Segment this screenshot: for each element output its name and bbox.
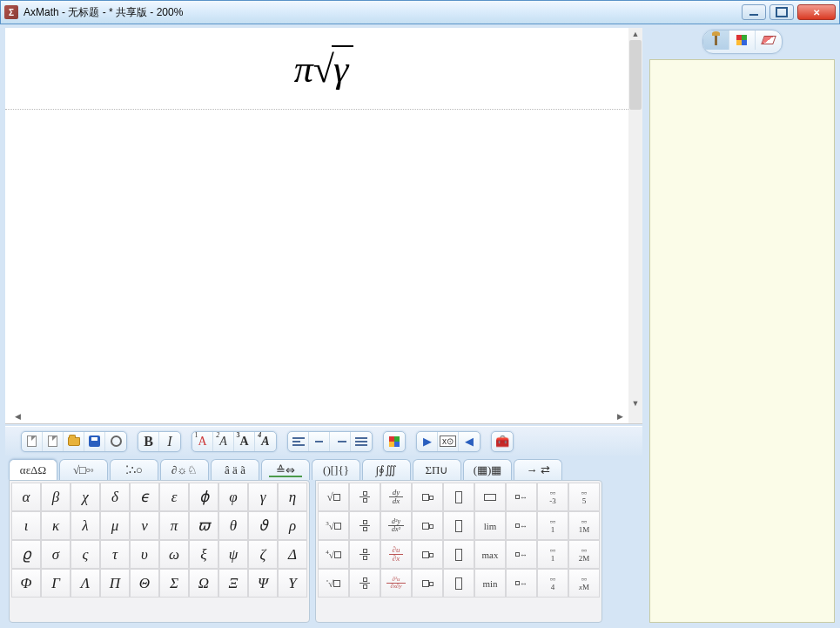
font-style-1-button[interactable]: 1A xyxy=(192,432,213,451)
greek-α[interactable]: α xyxy=(11,483,41,511)
greek-ϱ[interactable]: ϱ xyxy=(11,540,41,569)
math-template-cell[interactable] xyxy=(443,540,474,569)
greek-Π[interactable]: Π xyxy=(100,569,130,598)
greek-φ[interactable]: φ xyxy=(218,483,248,511)
scroll-down-icon[interactable]: ▼ xyxy=(628,397,642,409)
math-template-cell[interactable]: 4√ xyxy=(318,540,349,569)
scroll-left-icon[interactable]: ◀ xyxy=(10,409,24,423)
color-button[interactable] xyxy=(384,432,405,451)
greek-ψ[interactable]: ψ xyxy=(218,540,248,569)
greek-Σ[interactable]: Σ xyxy=(159,569,189,598)
math-template-cell[interactable]: ↔ xyxy=(506,483,537,511)
tab-accent[interactable]: â ä ã xyxy=(211,459,259,480)
greek-υ[interactable]: υ xyxy=(130,540,159,569)
scroll-right-icon[interactable]: ▶ xyxy=(613,409,627,423)
math-template-cell[interactable]: ↔ xyxy=(506,540,537,569)
math-template-cell[interactable] xyxy=(412,483,443,511)
settings-button[interactable] xyxy=(105,432,126,451)
greek-Θ[interactable]: Θ xyxy=(130,569,159,598)
math-template-cell[interactable]: ▫▫1M xyxy=(568,511,600,540)
greek-ξ[interactable]: ξ xyxy=(189,540,218,569)
formula-line[interactable]: π√γ xyxy=(5,28,642,110)
greek-ϑ[interactable]: ϑ xyxy=(248,511,278,540)
math-template-cell[interactable] xyxy=(349,569,380,598)
math-template-cell[interactable] xyxy=(412,511,443,540)
math-template-cell[interactable]: d²ydx² xyxy=(380,511,412,540)
math-template-cell[interactable]: ∂u∂x xyxy=(380,540,412,569)
greek-Υ[interactable]: Υ xyxy=(278,569,307,598)
greek-ι[interactable]: ι xyxy=(11,511,41,540)
greek-δ[interactable]: δ xyxy=(100,483,130,511)
right-brush-button[interactable] xyxy=(703,30,729,50)
greek-Γ[interactable]: Γ xyxy=(41,569,71,598)
font-style-3-button[interactable]: 3A xyxy=(234,432,255,451)
editor-area[interactable]: π√γ ▲ ▼ ◀ ▶ xyxy=(5,28,642,424)
math-template-cell[interactable] xyxy=(412,569,443,598)
greek-ρ[interactable]: ρ xyxy=(278,511,307,540)
scroll-up-icon[interactable]: ▲ xyxy=(628,28,642,40)
math-template-cell[interactable]: max xyxy=(474,540,506,569)
greek-θ[interactable]: θ xyxy=(218,511,248,540)
greek-Δ[interactable]: Δ xyxy=(278,540,307,569)
greek-ϖ[interactable]: ϖ xyxy=(189,511,218,540)
greek-β[interactable]: β xyxy=(41,483,71,511)
math-template-cell[interactable]: ▫▫1 xyxy=(537,511,568,540)
greek-τ[interactable]: τ xyxy=(100,540,130,569)
prev-button[interactable]: ▶ xyxy=(417,432,438,451)
next-button[interactable]: ◀ xyxy=(459,432,480,451)
greek-ς[interactable]: ς xyxy=(71,540,100,569)
greek-ϕ[interactable]: ϕ xyxy=(189,483,218,511)
greek-Ξ[interactable]: Ξ xyxy=(218,569,248,598)
align-left-button[interactable] xyxy=(288,432,309,451)
math-template-cell[interactable]: ▫▫5 xyxy=(568,483,600,511)
align-center-button[interactable] xyxy=(309,432,330,451)
italic-button[interactable]: I xyxy=(159,432,180,451)
tab-dots[interactable]: ⁚∴○ xyxy=(110,459,158,480)
greek-λ[interactable]: λ xyxy=(71,511,100,540)
minimize-button[interactable] xyxy=(742,4,766,20)
math-template-cell[interactable] xyxy=(443,483,474,511)
vertical-scrollbar[interactable]: ▲ ▼ xyxy=(628,28,642,409)
new-doc-button[interactable] xyxy=(22,432,43,451)
greek-Ψ[interactable]: Ψ xyxy=(248,569,278,598)
math-template-cell[interactable]: ▫√ xyxy=(318,569,349,598)
bold-button[interactable]: B xyxy=(138,432,159,451)
math-template-cell[interactable]: ▫▫-3 xyxy=(537,483,568,511)
tab-arrow[interactable]: → ⇄ xyxy=(514,459,562,480)
align-justify-button[interactable] xyxy=(351,432,372,451)
toolbox-button[interactable]: 🧰 xyxy=(492,432,513,451)
math-template-cell[interactable]: min xyxy=(474,569,506,598)
greek-κ[interactable]: κ xyxy=(41,511,71,540)
tab-greek[interactable]: αεΔΩ xyxy=(9,459,57,480)
align-right-button[interactable] xyxy=(330,432,351,451)
math-template-cell[interactable]: dydx xyxy=(380,483,412,511)
open-button[interactable] xyxy=(64,432,84,451)
greek-Λ[interactable]: Λ xyxy=(71,569,100,598)
math-template-cell[interactable]: ▫▫4 xyxy=(537,569,568,598)
tab-bracket[interactable]: ()[]{} xyxy=(312,459,360,480)
math-template-cell[interactable] xyxy=(349,511,380,540)
scroll-thumb[interactable] xyxy=(629,40,642,110)
tab-partial[interactable]: ∂☼♘ xyxy=(160,459,209,480)
save-button[interactable] xyxy=(84,432,105,451)
right-eraser-button[interactable] xyxy=(756,30,782,50)
math-template-cell[interactable]: ↔ xyxy=(506,569,537,598)
greek-ν[interactable]: ν xyxy=(130,511,159,540)
math-template-cell[interactable]: √ xyxy=(318,483,349,511)
math-template-cell[interactable] xyxy=(443,569,474,598)
math-template-cell[interactable]: ↔ xyxy=(506,511,537,540)
math-template-cell[interactable]: 3√ xyxy=(318,511,349,540)
math-template-cell[interactable] xyxy=(349,483,380,511)
tab-hat[interactable]: ≙⇔ xyxy=(261,459,310,480)
tab-sum[interactable]: ΣΠ∪ xyxy=(413,459,461,480)
greek-ω[interactable]: ω xyxy=(159,540,189,569)
greek-ζ[interactable]: ζ xyxy=(248,540,278,569)
greek-σ[interactable]: σ xyxy=(41,540,71,569)
greek-γ[interactable]: γ xyxy=(248,483,278,511)
greek-Φ[interactable]: Φ xyxy=(11,569,41,598)
tab-integral[interactable]: ∫∮∭ xyxy=(362,459,411,480)
greek-ε[interactable]: ε xyxy=(159,483,189,511)
greek-μ[interactable]: μ xyxy=(100,511,130,540)
math-template-cell[interactable]: lim xyxy=(474,511,506,540)
greek-π[interactable]: π xyxy=(159,511,189,540)
